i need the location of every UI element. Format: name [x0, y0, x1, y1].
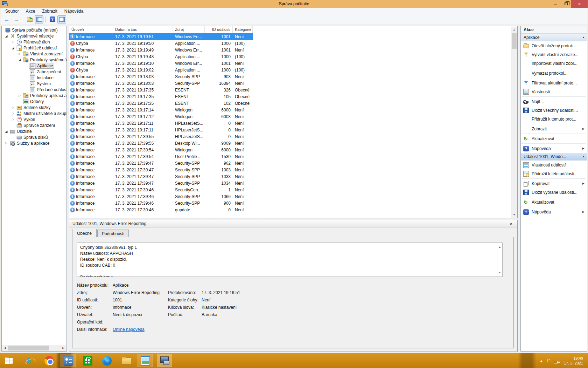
- scroll-down-icon[interactable]: ▼: [511, 212, 517, 218]
- action-najit[interactable]: Najít...: [521, 97, 587, 106]
- action-importovat-vlastni-zobr[interactable]: Importovat vlastní zobr...: [521, 59, 587, 68]
- column-header-zdroj[interactable]: Zdroj: [173, 26, 205, 33]
- expanded-arrow-icon[interactable]: ◢: [17, 58, 22, 62]
- network-icon[interactable]: [555, 359, 560, 363]
- event-row[interactable]: iInformace17. 3. 2021 17:39:46Security-S…: [69, 200, 253, 206]
- taskbar-edge-button[interactable]: [99, 354, 114, 367]
- tree-item-odbery[interactable]: Odběry: [2, 98, 66, 104]
- toolbar-button-back-icon[interactable]: ←: [2, 15, 11, 23]
- action-pridruzit-k-teto-udalosti[interactable]: Přidružit k této události...: [521, 169, 587, 178]
- event-row[interactable]: iInformace17. 3. 2021 17:39:46Security-S…: [69, 193, 253, 200]
- event-row[interactable]: iInformace17. 3. 2021 19:17:14Winlogon60…: [69, 107, 253, 113]
- action-aktualizovat[interactable]: Aktualizovat: [521, 198, 587, 206]
- action-ulozit-vybrane-udalosti[interactable]: Uložit vybrané události...: [521, 188, 587, 197]
- action-otevrit-ulozeny-protok[interactable]: Otevřít uložený protok...: [521, 41, 587, 50]
- action-pridruzit-k-tomuto-prot[interactable]: Přidružit k tomuto prot...: [521, 115, 587, 123]
- toolbar-button-export-folder-icon[interactable]: [25, 15, 34, 23]
- action-vlastnosti[interactable]: Vlastnosti: [521, 87, 587, 96]
- tray-expand-icon[interactable]: ▲: [540, 359, 542, 362]
- online-help-link[interactable]: Online nápověda: [113, 327, 168, 332]
- scroll-up-icon[interactable]: ▲: [497, 244, 502, 250]
- collapse-icon[interactable]: ▲: [582, 36, 585, 39]
- action-napoveda[interactable]: Nápověda▶: [521, 144, 587, 153]
- expanded-arrow-icon[interactable]: ◢: [4, 130, 9, 133]
- tree-item-aplikace[interactable]: Aplikace: [2, 63, 66, 69]
- event-row[interactable]: iInformace17. 3. 2021 19:18:03Security-S…: [69, 80, 253, 87]
- action-section-aplikace[interactable]: Aplikace▲: [521, 34, 587, 41]
- collapsed-arrow-icon[interactable]: ▷: [10, 112, 15, 115]
- collapse-icon[interactable]: ▲: [582, 155, 585, 158]
- event-row[interactable]: iInformace17. 3. 2021 17:39:55Desktop Wi…: [69, 140, 253, 146]
- taskbar-chrome-button[interactable]: [41, 354, 57, 367]
- scroll-right-icon[interactable]: ▶: [61, 347, 66, 349]
- collapsed-arrow-icon[interactable]: ▷: [17, 94, 22, 97]
- tree-item-mistni-uzivatele-a-skupi[interactable]: ▷Místní uživatelé a skupi: [2, 110, 66, 116]
- tab-obecne[interactable]: Obecné: [72, 229, 97, 237]
- action-kopirovat[interactable]: Kopírovat▶: [521, 179, 587, 188]
- tree-item-sdilene-slozky[interactable]: ▷Sdílené složky: [2, 104, 66, 110]
- taskbar-store-button[interactable]: [80, 354, 95, 367]
- event-description-box[interactable]: ▲ ▼ Chybný blok 362808961, typ 1Název ud…: [77, 243, 503, 277]
- event-row[interactable]: iInformace17. 3. 2021 17:39:46gupdate0Ne…: [69, 206, 253, 213]
- taskbar-photos-button[interactable]: [138, 354, 153, 367]
- action-ulozit-vsechny-udalosti[interactable]: Uložit všechny události...: [521, 106, 587, 115]
- event-row[interactable]: iInformace17. 3. 2021 19:17:11HPLaserJet…: [69, 120, 253, 127]
- scroll-up-icon[interactable]: ▲: [511, 27, 517, 33]
- collapsed-arrow-icon[interactable]: ▷: [10, 106, 15, 109]
- event-row[interactable]: iInformace17. 3. 2021 17:39:47Security-S…: [69, 160, 253, 166]
- tree-item-sprava-pocitace-mistni[interactable]: Správa počítače (místní): [2, 27, 66, 33]
- action-zobrazit[interactable]: Zobrazit▶: [521, 124, 587, 133]
- taskbar-internet-explorer-button[interactable]: [22, 354, 37, 367]
- taskbar-computer-management-button[interactable]: [157, 354, 172, 367]
- event-row[interactable]: iInformace17. 3. 2021 17:39:47Security-S…: [69, 180, 253, 186]
- tree-item-system[interactable]: Systém: [2, 81, 66, 87]
- scroll-down-icon[interactable]: ▼: [497, 270, 502, 275]
- column-header-id-udalosti[interactable]: ID události: [205, 26, 233, 33]
- event-row[interactable]: iInformace17. 3. 2021 19:19:51Windows Er…: [69, 33, 253, 40]
- titlebar[interactable]: Správa počítače ×: [0, 0, 588, 8]
- collapsed-arrow-icon[interactable]: ▷: [10, 118, 15, 121]
- action-section-udalost-1001-windo[interactable]: Událost 1001, Windo...▲: [521, 153, 587, 161]
- tree-item-zabezpeceni[interactable]: Zabezpečení: [2, 69, 66, 75]
- tree-item-protokoly-systemu-w[interactable]: ◢Protokoly systému W: [2, 57, 66, 63]
- collapsed-arrow-icon[interactable]: ▷: [10, 40, 15, 43]
- column-header-datum-a-cas[interactable]: Datum a čas: [113, 26, 173, 33]
- action-napoveda[interactable]: Nápověda▶: [521, 207, 587, 216]
- collapsed-arrow-icon[interactable]: ▷: [4, 142, 9, 145]
- menu-item-akce[interactable]: Akce: [22, 8, 39, 14]
- menu-item-zobrazit[interactable]: Zobrazit: [38, 8, 61, 14]
- event-row[interactable]: iInformace17. 3. 2021 17:39:54Winlogon60…: [69, 146, 253, 153]
- event-row[interactable]: iInformace17. 3. 2021 17:39:47Security-S…: [69, 173, 253, 180]
- toolbar-button-action-pane-toggle-icon[interactable]: [57, 15, 66, 23]
- column-header-kategorie-ul[interactable]: Kategorie úl...: [233, 26, 253, 33]
- event-row[interactable]: iInformace17. 3. 2021 19:17:12Winlogon60…: [69, 113, 253, 120]
- action-vymazat-protokol[interactable]: Vymazat protokol...: [521, 69, 587, 77]
- tree-horizontal-scrollbar[interactable]: ◀ ▶: [2, 345, 66, 351]
- toolbar-button-forward-icon[interactable]: →: [12, 15, 21, 23]
- action-aktualizovat[interactable]: Aktualizovat: [521, 134, 587, 143]
- scrollbar-thumb[interactable]: [8, 346, 49, 350]
- tree-item-sluzby-a-aplikace[interactable]: ▷Služby a aplikace: [2, 140, 66, 146]
- tree-item-planovac-uloh[interactable]: ▷Plánovač úloh: [2, 39, 66, 45]
- event-row[interactable]: iInformace17. 3. 2021 19:18:03Security-S…: [69, 73, 253, 80]
- menu-item-soubor[interactable]: Soubor: [2, 8, 22, 14]
- expanded-arrow-icon[interactable]: ◢: [4, 34, 9, 38]
- close-detail-icon[interactable]: ×: [508, 221, 514, 226]
- tree-item-prohlizec-udalosti[interactable]: ◢Prohlížeč událostí: [2, 45, 66, 51]
- action-filtrovat-aktualni-proto[interactable]: Filtrovat aktuální proto...: [521, 79, 587, 87]
- tab-podrobnosti[interactable]: Podrobnosti: [97, 230, 129, 237]
- tree-item-predane-udalosti[interactable]: Předané události: [2, 87, 66, 93]
- expanded-arrow-icon[interactable]: ◢: [10, 46, 15, 50]
- scrollbar-thumb[interactable]: [512, 33, 517, 49]
- event-row[interactable]: iInformace17. 3. 2021 19:19:10Windows Er…: [69, 60, 253, 67]
- column-header-uroven[interactable]: Úroveň: [69, 26, 113, 33]
- event-list-scrollbar[interactable]: ▲ ▼: [511, 27, 517, 218]
- event-row[interactable]: !Chyba17. 3. 2021 19:19:02Application ..…: [69, 67, 253, 73]
- event-row[interactable]: iInformace17. 3. 2021 19:17:11HPLaserJet…: [69, 127, 253, 133]
- tree-item-spravce-zarizeni[interactable]: Správce zařízení: [2, 122, 66, 128]
- tree-item-sprava-disku[interactable]: Správa disků: [2, 134, 66, 140]
- tree-item-vlastni-zobrazeni[interactable]: ▷Vlastní zobrazení: [2, 51, 66, 57]
- action-center-flag-icon[interactable]: ⚐: [546, 358, 551, 363]
- clock[interactable]: 19:49 17. 3. 2021: [564, 356, 583, 366]
- taskbar-file-explorer-button[interactable]: [118, 354, 134, 367]
